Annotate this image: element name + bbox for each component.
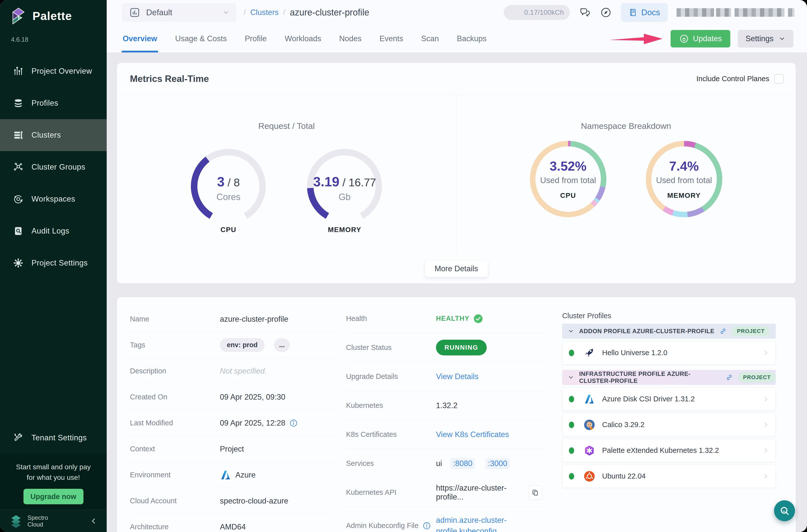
updates-label: Updates [693,34,722,43]
tab-backups[interactable]: Backups [456,25,487,53]
palette-logo-icon [10,7,27,24]
rocket-icon [584,347,595,359]
gauge-value: 3 [217,174,225,189]
tab-overview[interactable]: Overview [122,25,158,53]
detail-row-cloud-account: Cloud Accountspectro-cloud-azure [130,488,335,514]
cluster-details-card: Nameazure-cluster-profileTagsenv: prod..… [117,297,796,532]
service-port-link[interactable]: :3000 [485,458,510,469]
profile-pack-calico-3-29-2[interactable]: Calico 3.29.2 [562,413,776,436]
include-control-planes-label: Include Control Planes [696,75,769,83]
sidebar-collapse-button[interactable] [89,517,98,525]
brand-name: Palette [33,9,72,23]
status-dot [569,473,574,479]
sidebar-item-profiles[interactable]: Profiles [0,87,107,119]
spectro-cloud-logo [9,514,23,528]
orbit-icon [13,194,23,204]
tab-events[interactable]: Events [378,25,404,53]
azure-icon [220,469,231,481]
redacted-user-info [677,8,794,17]
link-icon[interactable] [726,374,733,381]
sidebar-item-workspaces[interactable]: Workspaces [0,183,107,215]
more-details-button[interactable]: More Details [425,261,488,277]
detail-row-tags: Tagsenv: prod... [130,332,335,358]
detail-value: 1.32.2 [436,401,457,410]
tab-scan[interactable]: Scan [420,25,440,53]
kubeconfig-file-link[interactable]: admin.azure-cluster-profile.kubeconfig [436,515,507,532]
profile-pack-palette-extended-kubernetes-1-32-2[interactable]: Palette eXtended Kubernetes 1.32.2 [562,439,776,462]
help-search-fab[interactable] [774,500,795,521]
upgrade-now-button[interactable]: Upgrade now [23,489,83,504]
chart-icon [13,66,23,76]
copy-button[interactable] [528,485,542,500]
chevron-down-icon [222,9,230,16]
updates-button[interactable]: Updates [671,30,730,48]
chat-feedback-icon[interactable] [579,6,591,18]
tags-more-chip[interactable]: ... [274,338,290,352]
info-icon[interactable] [289,419,298,428]
project-scope-selector[interactable]: Default [122,3,237,22]
status-dot [569,447,574,454]
detail-row-created-on: Created On09 Apr 2025, 09:30 [130,384,335,410]
detail-label: Services [346,459,436,468]
chevron-right-icon [763,447,770,454]
compass-icon[interactable] [600,6,612,18]
sidebar-nav: Project OverviewProfilesClustersCluster … [0,55,107,279]
app-window: Palette 4.6.18 Project OverviewProfilesC… [0,0,807,532]
detail-link-view-details[interactable]: View Details [436,372,478,381]
gauge-unit: Cores [217,192,240,202]
breadcrumb: / Clusters / azure-cluster-profile [244,7,369,18]
top-header: Default / Clusters / azure-cluster-profi… [107,0,807,25]
settings-button[interactable]: Settings [738,30,793,48]
sidebar-item-clusters[interactable]: Clusters [0,119,107,151]
sidebar-item-cluster-groups[interactable]: Cluster Groups [0,151,107,183]
breadcrumb-slash: / [283,8,285,17]
gauge-unit: Gb [339,192,351,202]
status-dot [569,396,574,402]
cluster-profiles-panel: Cluster Profiles ADDON PROFILE AZURE-CLU… [562,297,796,532]
sidebar-footer: Spectro Cloud [0,510,107,532]
profile-pack-hello-universe-1-2-0[interactable]: Hello Universe 1.2.0 [562,341,776,364]
detail-row-architecture: ArchitectureAMD64 [130,514,335,532]
detail-link-view-k8s-certificates[interactable]: View K8s Certificates [436,430,509,439]
sidebar-item-project-settings[interactable]: Project Settings [0,247,107,279]
info-icon[interactable] [423,521,431,530]
sidebar-item-project-overview[interactable]: Project Overview [0,55,107,87]
gauge-memory: 3.19/ 16.77GbMEMORY [307,149,382,234]
detail-row-services: Servicesui:8080:3000 [346,449,543,478]
donut-percent: 7.4% [669,158,699,174]
detail-value-empty: Not specified. [220,367,267,376]
namespace-breakdown-panel: Namespace Breakdown 3.52%Used from total… [456,95,796,253]
service-port-link[interactable]: :8080 [450,458,475,469]
sidebar-item-audit-logs[interactable]: Audit Logs [0,215,107,247]
detail-label: Cluster Status [346,343,436,352]
app-version: 4.6.18 [11,36,107,43]
tabs: OverviewUsage & CostsProfileWorkloadsNod… [122,25,487,53]
spectro-cloud-name: Spectro Cloud [27,514,48,528]
tab-workloads[interactable]: Workloads [284,25,322,53]
detail-value: azure-cluster-profile [220,315,288,324]
donut-label: MEMORY [667,192,701,200]
profile-section-header-addon-profile-azure-cluster-profile[interactable]: ADDON PROFILE AZURE-CLUSTER-PROFILEPROJE… [562,324,776,339]
tools-icon [13,433,23,443]
docs-label: Docs [641,8,660,17]
chevron-down-icon [568,374,574,381]
link-icon[interactable] [719,327,727,335]
detail-row-name: Nameazure-cluster-profile [130,306,335,332]
tab-nodes[interactable]: Nodes [338,25,362,53]
detail-label: Kubernetes [346,401,436,410]
metrics-title: Metrics Real-Time [130,74,209,84]
profile-pack-ubuntu-22-04[interactable]: Ubuntu 22.04 [562,464,776,488]
health-status-text: HEALTHY [436,315,469,322]
profile-pack-azure-disk-csi-driver-1-31-2[interactable]: Azure Disk CSI Driver 1.31.2 [562,387,776,411]
upsell-panel: Start small and only pay for what you us… [0,454,107,510]
profile-section-header-infrastructure-profile-azure-cluster-profile[interactable]: INFRASTRUCTURE PROFILE AZURE-CLUSTER-PRO… [562,370,776,385]
detail-label: Kubernetes API [346,488,436,496]
detail-label: Context [130,445,220,453]
breadcrumb-clusters-link[interactable]: Clusters [250,8,279,17]
include-control-planes-checkbox[interactable] [774,74,784,84]
sidebar-item-tenant-settings[interactable]: Tenant Settings [0,422,107,454]
tab-usage-costs[interactable]: Usage & Costs [174,25,228,53]
docs-button[interactable]: Docs [621,3,668,22]
tab-profile[interactable]: Profile [244,25,268,53]
book-icon [628,8,638,17]
